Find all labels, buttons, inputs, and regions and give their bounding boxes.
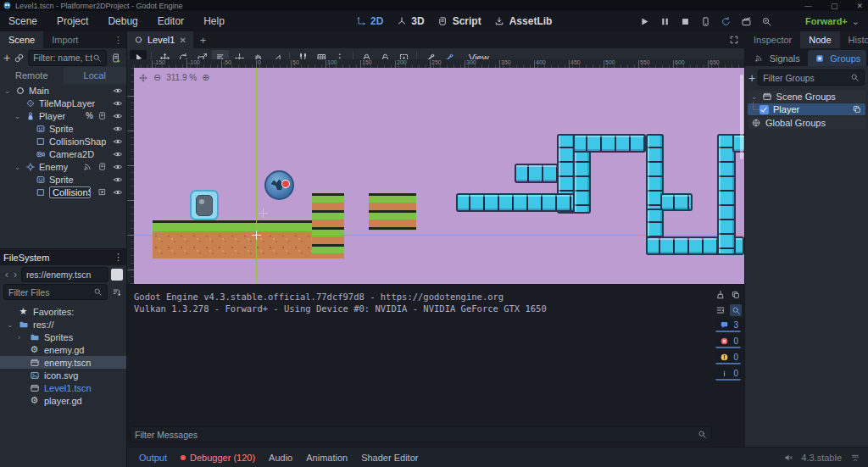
scene-node-collisionshape2d[interactable]: CollisionShape2D xyxy=(0,186,126,198)
instance-scene-button[interactable] xyxy=(13,52,25,64)
file-favorites[interactable]: ★Favorites: xyxy=(0,305,126,318)
menu-scene[interactable]: Scene xyxy=(7,14,39,29)
scene-node-sprite[interactable]: Sprite xyxy=(0,173,126,186)
filter-groups-input[interactable]: Filter Groups xyxy=(758,69,865,86)
errors-count[interactable]: 0 xyxy=(715,336,741,348)
collapse-output-button[interactable] xyxy=(715,304,726,316)
nav-forward-icon[interactable]: › xyxy=(14,269,17,281)
scene-filter-input[interactable]: Filter: name, t:t xyxy=(28,50,107,66)
resource-path-field[interactable]: res://enemy.tscn xyxy=(21,267,108,282)
minimize-icon[interactable]: — xyxy=(804,2,812,10)
tab-level1[interactable]: Level1 ✕ xyxy=(127,31,193,48)
add-node-button[interactable]: + xyxy=(3,51,10,64)
group-checkbox[interactable] xyxy=(760,105,769,114)
maximize-icon[interactable]: ▢ xyxy=(831,2,838,10)
filesystem-menu-button[interactable]: ⋮ xyxy=(114,252,123,263)
scene-node-main[interactable]: ⌄Main xyxy=(0,84,126,97)
local-tab[interactable]: Local xyxy=(64,67,127,84)
file-sprites[interactable]: ›Sprites xyxy=(0,331,126,343)
filter-messages-input[interactable]: Filter Messages xyxy=(130,426,712,442)
workspace-2d[interactable]: 2D xyxy=(354,15,383,28)
panel-toggle-icon[interactable] xyxy=(849,451,861,464)
workspace-assetlib[interactable]: AssetLib xyxy=(493,15,553,28)
origin-gizmo[interactable] xyxy=(259,208,268,218)
file-level1-tscn[interactable]: Level1.tscn xyxy=(0,381,126,394)
workspace-3d[interactable]: 3D xyxy=(395,15,424,28)
mute-icon[interactable] xyxy=(782,451,794,464)
tab-history[interactable]: History xyxy=(840,31,868,48)
info-count[interactable]: 0 xyxy=(715,368,741,381)
renderer-select[interactable]: Forward+ ⌄ xyxy=(805,11,860,31)
group-player[interactable]: Player xyxy=(748,103,865,115)
clear-output-button[interactable] xyxy=(715,289,726,301)
menu-editor[interactable]: Editor xyxy=(156,14,186,29)
eye-icon[interactable] xyxy=(111,135,124,147)
unique-name-icon[interactable]: % xyxy=(86,111,93,120)
subtab-groups[interactable]: Groups xyxy=(808,50,867,66)
scene-groups-header[interactable]: ⌄ Scene Groups xyxy=(748,91,865,103)
global-groups-header[interactable]: Global Groups xyxy=(748,117,865,129)
viewport-scrollbar[interactable] xyxy=(740,75,743,159)
copy-output-button[interactable] xyxy=(730,289,742,301)
bottom-tab-shader-editor[interactable]: Shader Editor xyxy=(356,453,423,463)
scene-node-tilemaplayer[interactable]: TileMapLayer xyxy=(0,97,126,109)
play-custom-scene-button[interactable] xyxy=(760,14,773,28)
eye-icon[interactable] xyxy=(111,122,124,135)
eye-icon[interactable] xyxy=(111,173,124,186)
bottom-tab-output[interactable]: Output xyxy=(134,453,172,463)
reload-button[interactable] xyxy=(719,14,732,28)
scene-node-camera2d[interactable]: Camera2D xyxy=(0,147,126,160)
zoom-in-button[interactable]: ⊕ xyxy=(202,72,209,83)
zoom-level-label[interactable]: 311.9 % xyxy=(166,73,197,82)
messages-count[interactable]: 3 xyxy=(715,320,741,332)
close-icon[interactable]: ✕ xyxy=(856,2,863,10)
workspace-script[interactable]: Script xyxy=(437,15,481,28)
eye-icon[interactable] xyxy=(111,109,124,122)
close-tab-icon[interactable]: ✕ xyxy=(179,36,186,45)
collision-center-gizmo[interactable] xyxy=(281,180,290,188)
canvas-viewport[interactable]: ⊖ 311.9 % ⊕ xyxy=(134,68,744,284)
scene-node-collisionshape2d[interactable]: CollisionShape2D xyxy=(0,135,126,147)
eye-icon[interactable] xyxy=(111,84,124,97)
tab-import[interactable]: Import xyxy=(43,31,86,48)
scene-node-sprite[interactable]: Sprite xyxy=(0,122,126,135)
warnings-count[interactable]: 0 xyxy=(715,352,741,364)
file-enemy-tscn[interactable]: enemy.tscn xyxy=(0,356,126,369)
zoom-out-button[interactable]: ⊖ xyxy=(153,72,161,83)
bottom-tab-animation[interactable]: Animation xyxy=(301,453,353,463)
pause-button[interactable] xyxy=(658,14,671,28)
new-scene-tab-button[interactable]: + xyxy=(193,31,214,48)
movie-maker-button[interactable] xyxy=(739,14,753,28)
attach-script-button[interactable] xyxy=(109,52,122,64)
tab-scene[interactable]: Scene xyxy=(0,31,43,48)
remote-debug-button[interactable] xyxy=(698,14,712,28)
remote-tab[interactable]: Remote xyxy=(0,67,64,84)
player-sprite[interactable] xyxy=(190,190,219,220)
origin-gizmo[interactable] xyxy=(252,231,261,240)
search-output-button[interactable] xyxy=(730,304,742,316)
dock-menu-button[interactable]: ⋮ xyxy=(110,31,126,48)
file-icon-svg[interactable]: icon.svg xyxy=(0,369,126,381)
tab-node[interactable]: Node xyxy=(800,31,839,48)
filter-files-input[interactable]: Filter Files xyxy=(3,284,108,300)
scene-node-player[interactable]: ⌄Player% xyxy=(0,109,126,122)
nav-back-icon[interactable]: ‹ xyxy=(5,269,8,281)
play-button[interactable] xyxy=(637,14,651,28)
bottom-tab-audio[interactable]: Audio xyxy=(264,453,298,463)
tab-inspector[interactable]: Inspector xyxy=(745,31,800,48)
eye-icon[interactable] xyxy=(111,186,124,198)
eye-icon[interactable] xyxy=(111,147,124,160)
file-player-gd[interactable]: ⚙player.gd xyxy=(0,394,126,407)
center-view-icon[interactable] xyxy=(138,73,148,83)
file-enemy-gd[interactable]: ⚙enemy.gd xyxy=(0,343,126,356)
split-mode-toggle[interactable] xyxy=(111,269,123,281)
bottom-tab-debugger-120[interactable]: Debugger (120) xyxy=(175,453,260,463)
scene-node-enemy[interactable]: ⌄Enemy xyxy=(0,160,126,173)
eye-icon[interactable] xyxy=(111,160,124,173)
eye-icon[interactable] xyxy=(111,97,124,109)
subtab-signals[interactable]: Signals xyxy=(747,50,806,66)
expand-viewport-icon[interactable] xyxy=(724,31,744,48)
add-group-button[interactable]: + xyxy=(748,71,755,85)
menu-help[interactable]: Help xyxy=(202,14,226,29)
menu-project[interactable]: Project xyxy=(55,14,90,29)
